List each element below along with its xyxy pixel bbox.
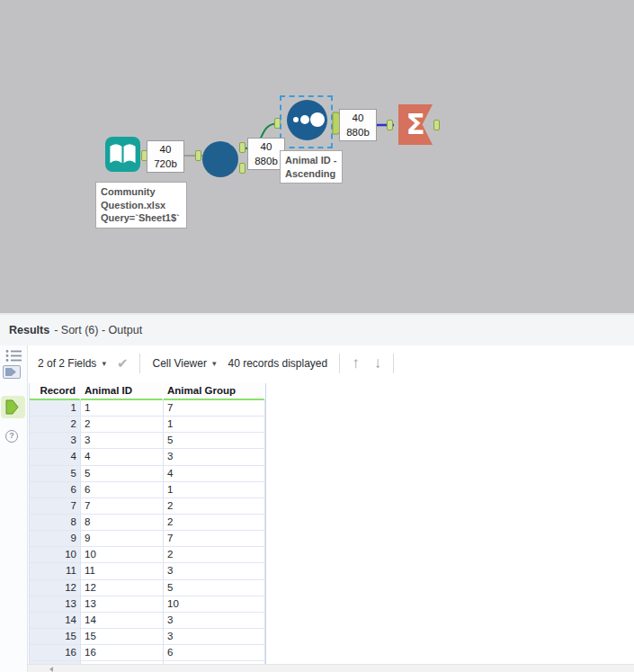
- table-cell-record[interactable]: 7: [30, 498, 81, 515]
- table-cell-animal-id[interactable]: 10: [81, 547, 164, 563]
- cell-viewer-dropdown[interactable]: Cell Viewer: [152, 357, 206, 370]
- table-row[interactable]: 12125: [30, 580, 265, 596]
- sort-dot-icon: [293, 117, 299, 122]
- table-row[interactable]: 15153: [30, 629, 265, 645]
- table-cell-record[interactable]: 4: [30, 449, 81, 465]
- table-cell-animal-group[interactable]: 3: [164, 613, 265, 629]
- table-cell-animal-id[interactable]: 7: [81, 498, 164, 515]
- table-row[interactable]: 772: [30, 498, 265, 515]
- chevron-down-icon[interactable]: ▾: [212, 359, 217, 368]
- input-tool-annotation[interactable]: Community Question.xlsx Query=`Sheet1$`: [95, 182, 187, 228]
- macro-tool[interactable]: [202, 141, 238, 177]
- badge-byte-size: 880b: [248, 154, 284, 168]
- scrollbar-left-arrow-icon[interactable]: [49, 667, 53, 672]
- table-cell-record[interactable]: 2: [30, 417, 81, 433]
- results-toolbar: 2 of 2 Fields ▾ ✔ Cell Viewer ▾ 40 recor…: [29, 345, 634, 381]
- table-cell-animal-group[interactable]: 5: [164, 580, 265, 596]
- table-cell-animal-id[interactable]: 1: [81, 400, 164, 417]
- sort-dot-icon: [310, 112, 325, 127]
- table-cell-record[interactable]: 12: [30, 580, 81, 596]
- table-row[interactable]: 16166: [30, 645, 265, 661]
- output-anchor[interactable]: [239, 142, 246, 153]
- horizontal-scrollbar[interactable]: [28, 664, 634, 672]
- table-cell-animal-group[interactable]: 7: [164, 531, 265, 547]
- table-cell-animal-id[interactable]: 11: [81, 563, 164, 579]
- table-row[interactable]: 997: [30, 531, 265, 547]
- output-anchor[interactable]: [433, 120, 440, 130]
- table-cell-animal-id[interactable]: 6: [81, 482, 164, 498]
- table-cell-animal-id[interactable]: 3: [81, 433, 164, 449]
- output-anchor[interactable]: [239, 163, 246, 174]
- table-cell-animal-id[interactable]: 9: [81, 531, 164, 547]
- table-cell-animal-id[interactable]: 15: [81, 629, 164, 645]
- table-cell-record[interactable]: 16: [30, 645, 81, 661]
- table-cell-animal-id[interactable]: 14: [81, 613, 164, 629]
- help-icon[interactable]: ?: [5, 430, 18, 443]
- table-cell-animal-id[interactable]: 4: [81, 449, 164, 465]
- column-header-record[interactable]: Record: [30, 383, 81, 400]
- wire-badge[interactable]: 40 880b: [339, 109, 377, 141]
- table-cell-animal-group[interactable]: 4: [164, 466, 265, 482]
- table-cell-record[interactable]: 3: [30, 433, 81, 449]
- table-cell-animal-group[interactable]: 2: [164, 547, 265, 563]
- table-row[interactable]: 117: [30, 400, 265, 417]
- table-cell-animal-group[interactable]: 3: [164, 563, 265, 579]
- input-anchor[interactable]: [195, 150, 201, 161]
- table-cell-animal-id[interactable]: 2: [81, 417, 164, 433]
- badge-record-count: 40: [340, 111, 376, 125]
- column-header-animal-group[interactable]: Animal Group: [164, 383, 265, 400]
- table-cell-record[interactable]: 14: [30, 613, 81, 629]
- table-cell-record[interactable]: 1: [30, 400, 81, 417]
- output-anchor-button-selected[interactable]: [1, 396, 25, 418]
- results-data-grid: Record Animal ID Animal Group 1172213354…: [29, 383, 266, 664]
- table-cell-animal-group[interactable]: 2: [164, 515, 265, 531]
- table-row[interactable]: 10102: [30, 547, 265, 563]
- table-row[interactable]: 131310: [30, 596, 265, 613]
- table-cell-animal-id[interactable]: 13: [81, 596, 164, 613]
- table-cell-record[interactable]: 5: [30, 466, 81, 482]
- table-cell-record[interactable]: 15: [30, 629, 81, 645]
- table-cell-animal-id[interactable]: 8: [81, 515, 164, 531]
- table-row[interactable]: 221: [30, 417, 265, 433]
- table-cell-record[interactable]: 6: [30, 482, 81, 498]
- table-cell-record[interactable]: 9: [30, 531, 81, 547]
- chevron-down-icon[interactable]: ▾: [102, 359, 106, 368]
- connection-list-icon[interactable]: [5, 349, 22, 363]
- scroll-up-icon[interactable]: ↑: [352, 354, 360, 372]
- input-data-tool[interactable]: [105, 137, 140, 172]
- table-cell-animal-group[interactable]: 5: [164, 433, 265, 449]
- table-row[interactable]: 14143: [30, 613, 265, 629]
- table-cell-record[interactable]: 13: [30, 596, 81, 613]
- table-cell-animal-group[interactable]: 1: [164, 417, 265, 433]
- table-cell-record[interactable]: 11: [30, 563, 81, 579]
- table-cell-animal-id[interactable]: 16: [81, 645, 164, 661]
- table-cell-animal-group[interactable]: 2: [164, 498, 265, 515]
- table-row[interactable]: 882: [30, 515, 265, 531]
- table-cell-animal-group[interactable]: 6: [164, 645, 265, 661]
- table-cell-animal-id[interactable]: 12: [81, 580, 164, 596]
- table-cell-record[interactable]: 8: [30, 515, 81, 531]
- results-pane: Results- Sort (6) - Output ? 2 of 2 Fiel…: [0, 313, 634, 672]
- table-cell-animal-id[interactable]: 5: [81, 466, 164, 482]
- table-row[interactable]: 661: [30, 482, 265, 498]
- table-cell-animal-group[interactable]: 3: [164, 629, 265, 645]
- table-cell-animal-group[interactable]: 1: [164, 482, 265, 498]
- wire-badge[interactable]: 40 720b: [147, 140, 184, 173]
- workflow-canvas[interactable]: Σ 40 720b 40 880b 40 880b Community Ques…: [0, 0, 634, 313]
- sort-tool[interactable]: [287, 100, 327, 140]
- input-anchor[interactable]: [387, 120, 393, 130]
- table-cell-animal-group[interactable]: 10: [164, 596, 265, 613]
- fields-dropdown[interactable]: 2 of 2 Fields: [38, 357, 96, 370]
- sort-tool-annotation[interactable]: Animal ID - Ascending: [280, 150, 343, 184]
- table-cell-animal-group[interactable]: 3: [164, 449, 265, 465]
- table-cell-animal-group[interactable]: 7: [164, 400, 265, 417]
- table-row[interactable]: 335: [30, 433, 265, 449]
- table-row[interactable]: 443: [30, 449, 265, 465]
- table-row[interactable]: 11113: [30, 563, 265, 579]
- table-cell-record[interactable]: 10: [30, 547, 81, 563]
- apply-checkmark-icon[interactable]: ✔: [117, 355, 129, 372]
- input-anchor-button[interactable]: [3, 365, 21, 379]
- column-header-animal-id[interactable]: Animal ID: [81, 383, 164, 400]
- scroll-down-icon[interactable]: ↓: [374, 354, 382, 372]
- table-row[interactable]: 554: [30, 466, 265, 482]
